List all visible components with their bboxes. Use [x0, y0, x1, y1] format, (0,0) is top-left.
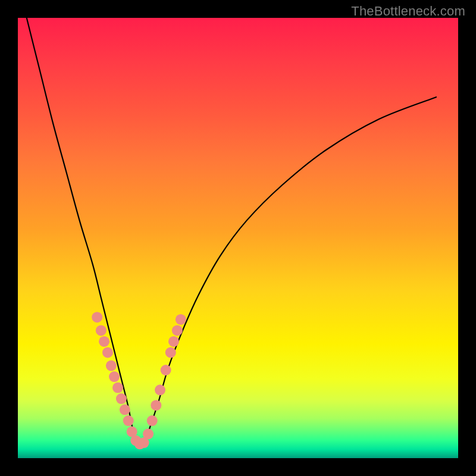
- highlight-dot: [116, 393, 127, 404]
- curve-svg: [18, 18, 458, 458]
- chart-frame: TheBottleneck.com: [0, 0, 476, 476]
- highlight-dot: [109, 371, 120, 382]
- highlight-dot: [96, 325, 107, 336]
- highlight-dot: [120, 405, 130, 415]
- highlight-dot: [168, 336, 179, 347]
- highlight-dots: [92, 312, 186, 449]
- highlight-dot: [99, 336, 109, 347]
- watermark-text: TheBottleneck.com: [351, 4, 465, 19]
- highlight-dot: [112, 383, 123, 393]
- highlight-dot: [165, 347, 176, 358]
- highlight-dot: [151, 400, 161, 411]
- highlight-dot: [102, 347, 113, 358]
- highlight-dot: [92, 312, 102, 322]
- highlight-dot: [106, 361, 117, 371]
- highlight-dot: [123, 415, 134, 426]
- highlight-dot: [161, 365, 171, 375]
- bottleneck-curve: [27, 18, 436, 445]
- highlight-dot: [143, 428, 154, 439]
- highlight-dot: [147, 415, 158, 426]
- highlight-dot: [155, 384, 165, 395]
- highlight-dot: [176, 314, 186, 325]
- plot-area: [18, 18, 458, 458]
- highlight-dot: [172, 325, 183, 336]
